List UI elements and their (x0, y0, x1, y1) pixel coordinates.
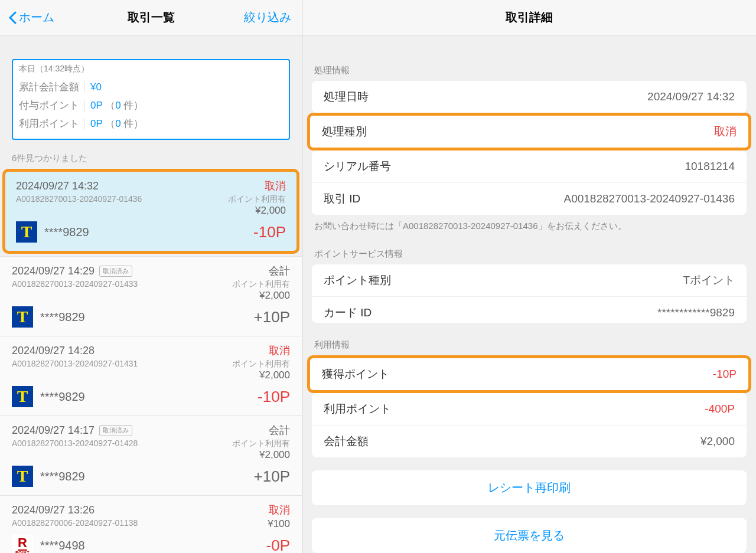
tx-note: ポイント利用有 (228, 194, 286, 205)
detail-row: 獲得ポイント-10P (310, 358, 748, 390)
detail-row: 処理日時2024/09/27 14:32 (312, 81, 747, 113)
divider (84, 118, 84, 130)
transaction-item[interactable]: 2024/09/27 14:28取消A001828270013-20240927… (0, 336, 302, 415)
transaction-detail-panel: 取引詳細 処理情報 処理日時2024/09/27 14:32処理種別取消シリアル… (302, 0, 756, 553)
tx-note: ポイント利用有 (232, 279, 290, 290)
tx-date: 2024/09/27 13:26 (12, 504, 94, 516)
detail-row: カード ID************9829 (312, 296, 747, 323)
tx-id: A001828270013-20240927-01428 (12, 439, 138, 461)
tx-card: RPOINT****9498 (12, 535, 85, 553)
tx-date: 2024/09/27 14:29 (12, 265, 94, 277)
detail-value: Tポイント (683, 273, 735, 288)
tx-id: A001828270013-20240927-01431 (12, 359, 138, 381)
card-number: ****9829 (40, 390, 85, 404)
tx-amount: ¥2,000 (232, 369, 290, 381)
reprint-receipt-button[interactable]: レシート再印刷 (312, 470, 747, 505)
detail-value: 2024/09/27 14:32 (647, 90, 735, 103)
usage-group: 獲得ポイント-10P利用ポイント-400P会計金額¥2,000 (302, 355, 756, 457)
detail-value: ¥2,000 (700, 435, 735, 448)
cancelled-badge: 取消済み (99, 266, 132, 277)
view-original-slip-button[interactable]: 元伝票を見る (312, 518, 747, 553)
rakuten-point-icon: RPOINT (12, 535, 33, 553)
tx-status: 取消 (265, 179, 286, 193)
tpoint-icon: T (16, 221, 37, 243)
detail-label: カード ID (324, 305, 372, 320)
detail-value: ************9829 (657, 306, 735, 319)
detail-row: ポイント種別Tポイント (312, 264, 747, 296)
transaction-item[interactable]: 2024/09/27 14:29取消済み会計A001828270013-2024… (0, 256, 302, 336)
detail-label: 会計金額 (324, 434, 369, 449)
summary-row: 累計会計金額¥0 (19, 78, 283, 96)
detail-value: -400P (705, 403, 735, 415)
tx-card: T****9829 (12, 386, 85, 407)
cancelled-badge: 取消済み (99, 425, 132, 436)
detail-row: 取引 IDA001828270013-20240927-01436 (312, 182, 747, 215)
detail-label: シリアル番号 (324, 159, 391, 174)
back-button[interactable]: ホーム (8, 9, 54, 25)
detail-row: 会計金額¥2,000 (312, 425, 747, 457)
section-point-label: ポイントサービス情報 (314, 248, 744, 260)
tx-note: ポイント利用有 (232, 359, 290, 369)
summary-rows: 累計会計金額¥0付与ポイント0P （0 件）利用ポイント0P （0 件） (19, 78, 283, 133)
tx-date: 2024/09/27 14:32 (16, 180, 99, 192)
summary-label: 付与ポイント (19, 99, 84, 112)
summary-value: 0P （0 件） (90, 117, 144, 130)
tx-points: +10P (254, 308, 290, 326)
detail-row: 処理種別取消 (310, 116, 748, 148)
detail-label: 利用ポイント (324, 401, 391, 417)
detail-value: 10181214 (685, 160, 735, 173)
card-number: ****9829 (40, 470, 85, 483)
detail-label: 獲得ポイント (322, 367, 389, 382)
summary-label: 累計会計金額 (19, 80, 84, 94)
detail-group: 処理日時2024/09/27 14:32 (312, 81, 747, 113)
card-number: ****9829 (40, 310, 85, 324)
back-label: ホーム (19, 9, 54, 25)
tx-points: -10P (258, 388, 290, 406)
chevron-left-icon (8, 11, 17, 24)
summary-label: 利用ポイント (19, 117, 84, 130)
left-header: ホーム 取引一覧 絞り込み (0, 0, 302, 35)
tpoint-icon: T (12, 466, 33, 487)
tx-card: T****9829 (12, 306, 85, 328)
transaction-list-panel: ホーム 取引一覧 絞り込み 本日（14:32時点） 累計会計金額¥0付与ポイント… (0, 0, 302, 553)
transaction-item[interactable]: 2024/09/27 14:17取消済み会計A001828270013-2024… (0, 415, 302, 495)
results-count: 6件見つかりました (12, 153, 290, 164)
tx-card: T****9829 (12, 466, 85, 487)
transaction-item[interactable]: 2024/09/27 14:32取消A001828270013-20240927… (2, 169, 299, 254)
detail-label: ポイント種別 (324, 273, 391, 288)
tpoint-icon: T (12, 306, 33, 328)
detail-value: -10P (713, 368, 737, 381)
right-header: 取引詳細 (302, 0, 756, 35)
left-title: 取引一覧 (128, 9, 175, 25)
tx-status: 取消 (269, 503, 290, 517)
highlighted-row: 獲得ポイント-10P (307, 355, 751, 393)
summary-caption: 本日（14:32時点） (19, 64, 283, 74)
tx-note: ポイント利用有 (232, 439, 290, 449)
detail-value: 取消 (714, 124, 737, 139)
detail-row: 利用ポイント-400P (312, 393, 747, 425)
right-title: 取引詳細 (506, 9, 553, 25)
divider (84, 81, 84, 93)
tx-points: +10P (254, 467, 290, 486)
transaction-item[interactable]: 2024/09/27 13:26取消A001828270006-20240927… (0, 495, 302, 553)
detail-label: 処理日時 (324, 89, 369, 104)
today-summary: 本日（14:32時点） 累計会計金額¥0付与ポイント0P （0 件）利用ポイント… (12, 59, 290, 140)
tx-date: 2024/09/27 14:17 (12, 424, 94, 436)
highlighted-row: 処理種別取消 (307, 113, 751, 150)
tx-points: -0P (266, 536, 290, 554)
transaction-list: 2024/09/27 14:32取消A001828270013-20240927… (0, 169, 302, 553)
detail-label: 処理種別 (322, 124, 367, 139)
tx-status: 取消 (269, 343, 290, 358)
filter-button[interactable]: 絞り込み (244, 9, 291, 25)
tx-amount: ¥2,000 (232, 449, 290, 461)
summary-row: 付与ポイント0P （0 件） (19, 96, 283, 114)
card-number: ****9829 (44, 225, 89, 239)
detail-label: 取引 ID (324, 191, 360, 207)
summary-value: 0P （0 件） (90, 99, 144, 112)
detail-row: シリアル番号10181214 (312, 150, 747, 182)
section-usage-label: 利用情報 (314, 339, 744, 351)
tx-id: A001828270006-20240927-01138 (12, 518, 138, 530)
tx-amount: ¥2,000 (228, 205, 286, 217)
tx-id: A001828270013-20240927-01433 (12, 279, 138, 302)
tx-status: 会計 (269, 423, 290, 437)
